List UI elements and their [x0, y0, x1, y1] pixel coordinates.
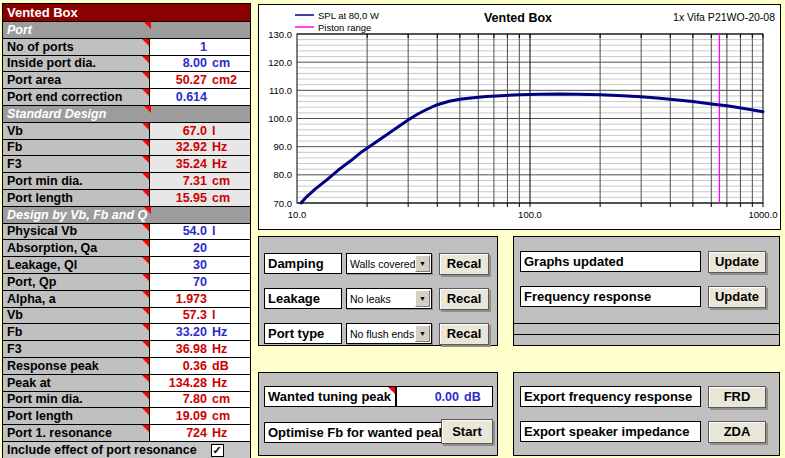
param-row-physical-vb: Physical Vb54.0l: [3, 224, 250, 241]
param-value-port-1-resonance: 724Hz: [150, 425, 250, 441]
comment-marker-icon: [142, 224, 149, 231]
param-value-port-min-dia: 7.80cm: [150, 392, 250, 408]
update-panel: Graphs updatedUpdateFrequency responseUp…: [513, 236, 780, 346]
chevron-down-icon[interactable]: ▼: [415, 255, 430, 272]
param-row-port-qp: Port, Qp70: [3, 274, 250, 291]
comment-marker-icon: [142, 257, 149, 264]
comment-marker-icon: [142, 308, 149, 315]
y-tick-label: 90.0: [274, 141, 293, 152]
param-value-port-qp[interactable]: 70: [150, 274, 250, 290]
comment-marker-icon: [142, 190, 149, 197]
comment-marker-icon: [142, 156, 149, 163]
param-row-port-length: Port length15.95cm: [3, 190, 250, 207]
param-row-f3: F336.98Hz: [3, 341, 250, 358]
comment-marker-icon: [142, 123, 149, 130]
param-label: Port length: [3, 190, 150, 206]
comment-marker-icon: [142, 89, 149, 96]
param-label: Physical Vb: [3, 224, 150, 240]
start-button[interactable]: Start: [441, 419, 493, 444]
param-value-port-area: 50.27cm2: [150, 72, 250, 88]
wanted-tuning-peak-value[interactable]: 0.00 dB: [396, 386, 493, 407]
comment-marker-icon: [144, 106, 151, 113]
port-resonance-label: Include effect of port resonance: [7, 443, 197, 457]
param-label: F3: [3, 156, 150, 172]
x-tick-label: 100.0: [518, 209, 542, 220]
chevron-down-icon[interactable]: ▼: [415, 325, 430, 342]
param-label: Response peak: [3, 358, 150, 374]
legend-label: Piston range: [318, 22, 371, 33]
table-title-text: Vented Box: [7, 5, 78, 20]
y-tick-label: 70.0: [274, 198, 293, 209]
param-label: Alpha, a: [3, 291, 150, 307]
param-label: Fb: [3, 324, 150, 340]
param-row-no-of-ports: No of ports1: [3, 39, 250, 56]
param-label: Port, Qp: [3, 274, 150, 290]
export-label-export-speaker-impedance: Export speaker impedance: [520, 421, 701, 442]
param-value-leakage-ql[interactable]: 30: [150, 257, 250, 273]
comment-marker-icon: [142, 324, 149, 331]
comment-marker-icon: [142, 173, 149, 180]
param-label: Port end correction: [3, 89, 150, 105]
update-button[interactable]: Update: [708, 286, 766, 308]
param-label: F3: [3, 341, 150, 357]
comment-marker-icon: [142, 392, 149, 399]
port-resonance-row: Include effect of port resonance ✓: [3, 442, 250, 458]
zda-button[interactable]: ZDA: [708, 421, 766, 443]
port-type-dropdown[interactable]: No flush ends▼: [346, 323, 432, 344]
export-panel: Export frequency responseFRDExport speak…: [513, 372, 780, 456]
leakage-dropdown[interactable]: No leaks▼: [346, 288, 432, 309]
param-label: Vb: [3, 123, 150, 139]
y-tick-label: 100.0: [268, 113, 292, 124]
param-row-port-min-dia: Port min dia.7.80cm: [3, 392, 250, 409]
section-header-design-by-vb-fb-and-q: Design by Vb, Fb and Q: [3, 207, 250, 224]
recalc-label-port-type: Port type: [264, 323, 342, 344]
param-value-inside-port-dia[interactable]: 8.00cm: [150, 56, 250, 72]
port-resonance-checkbox[interactable]: ✓: [211, 444, 224, 457]
param-label: Port min dia.: [3, 173, 150, 189]
section-header-standard-design: Standard Design: [3, 106, 250, 123]
y-tick-label: 80.0: [274, 169, 293, 180]
x-tick-label: 10.0: [288, 209, 307, 220]
recal-button[interactable]: Recal: [439, 323, 489, 345]
recalc-label-leakage: Leakage: [264, 288, 342, 309]
param-row-port-end-correction: Port end correction0.614: [3, 89, 250, 106]
comment-marker-icon: [142, 39, 149, 46]
recal-button[interactable]: Recal: [439, 288, 489, 310]
spl-curve: [301, 94, 763, 203]
y-tick-label: 120.0: [268, 57, 292, 68]
param-label: Fb: [3, 140, 150, 156]
param-label: Port min dia.: [3, 392, 150, 408]
param-value-peak-at: 134.28Hz: [150, 375, 250, 391]
chevron-down-icon[interactable]: ▼: [415, 290, 430, 307]
param-value-vb: 67.0l: [150, 123, 250, 139]
parameters-table: Vented Box PortNo of ports1Inside port d…: [2, 3, 251, 458]
param-value-alpha-a: 1.973: [150, 291, 250, 307]
param-value-no-of-ports[interactable]: 1: [150, 39, 250, 55]
param-row-vb: Vb57.3l: [3, 308, 250, 325]
y-tick-label: 110.0: [269, 85, 292, 96]
damping-dropdown[interactable]: Walls covered▼: [346, 253, 432, 274]
param-row-fb: Fb33.20Hz: [3, 324, 250, 341]
param-value-fb[interactable]: 33.20Hz: [150, 324, 250, 340]
param-value-port-end-correction[interactable]: 0.614: [150, 89, 250, 105]
comment-marker-icon: [142, 240, 149, 247]
recal-button[interactable]: Recal: [439, 253, 489, 275]
param-value-port-min-dia: 7.31cm: [150, 173, 250, 189]
param-row-port-length: Port length19.09cm: [3, 408, 250, 425]
divider: [514, 334, 779, 335]
parameter-rows: PortNo of ports1Inside port dia.8.00cmPo…: [3, 22, 250, 442]
param-value-physical-vb[interactable]: 54.0l: [150, 224, 250, 240]
comment-marker-icon: [142, 291, 149, 298]
update-button[interactable]: Update: [708, 251, 766, 273]
param-value-port-length: 15.95cm: [150, 190, 250, 206]
param-row-fb: Fb32.92Hz: [3, 140, 250, 157]
param-row-port-min-dia: Port min dia.7.31cm: [3, 173, 250, 190]
param-value-absorption-qa[interactable]: 20: [150, 240, 250, 256]
spl-chart: 130.0120.0110.0100.090.080.070.010.0100.…: [258, 4, 781, 230]
frd-button[interactable]: FRD: [708, 386, 766, 408]
param-label: Inside port dia.: [3, 56, 150, 72]
tuning-panel: Wanted tuning peak 0.00 dB Optimise Fb f…: [258, 372, 498, 456]
param-value-port-length: 19.09cm: [150, 408, 250, 424]
param-row-absorption-qa: Absorption, Qa20: [3, 240, 250, 257]
param-label: Port 1. resonance: [3, 425, 150, 441]
